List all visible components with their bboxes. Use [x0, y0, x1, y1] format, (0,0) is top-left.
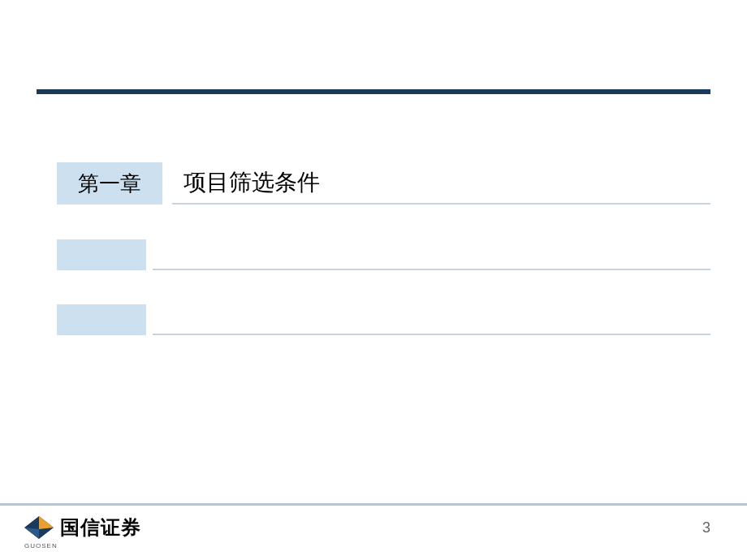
- company-logo: 国信证券: [23, 515, 141, 541]
- chapter-title-box-empty: [153, 304, 710, 335]
- footer: 国信证券 GUOSEN 3: [0, 503, 747, 560]
- logo-icon: [23, 515, 55, 541]
- company-name: 国信证券: [60, 515, 141, 541]
- chapter-title-box-empty: [153, 239, 710, 270]
- gap: [146, 239, 153, 270]
- chapter-label-box: 第一章: [57, 162, 162, 205]
- gap: [146, 304, 153, 335]
- top-divider: [37, 89, 710, 94]
- footer-divider: [0, 503, 747, 506]
- svg-marker-2: [24, 528, 39, 539]
- gap: [162, 162, 172, 205]
- page-number: 3: [702, 519, 710, 536]
- svg-marker-1: [39, 516, 54, 529]
- chapter-title-box: 项目筛选条件: [172, 162, 710, 205]
- chapter-row-active: 第一章 项目筛选条件: [57, 162, 710, 205]
- chapter-label-box-empty: [57, 304, 146, 335]
- chapter-label-box-empty: [57, 239, 146, 270]
- company-name-en: GUOSEN: [24, 542, 58, 549]
- chapter-row-empty-2: [57, 304, 710, 335]
- chapter-label: 第一章: [78, 170, 141, 198]
- chapter-row-empty-1: [57, 239, 710, 270]
- chapter-title: 项目筛选条件: [184, 167, 320, 198]
- slide: 第一章 项目筛选条件: [0, 0, 747, 560]
